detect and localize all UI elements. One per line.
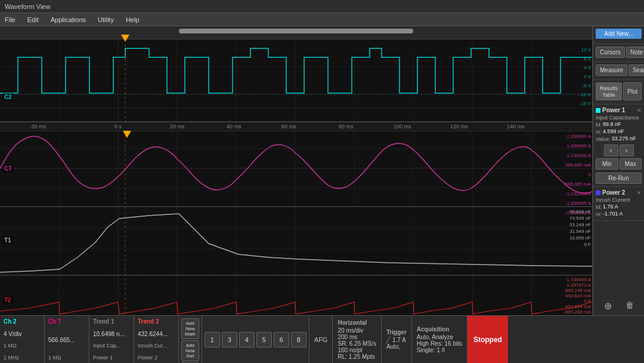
trend1-status: Trend 1 10.6498 n... Input Cap... Power … <box>89 316 134 363</box>
time-label-neg20: -20 ms <box>30 124 47 130</box>
measure-button[interactable]: Measure <box>596 64 627 76</box>
horizontal-line4: 160 ns/pt <box>338 347 376 353</box>
acquisition-line3: Single: 1 /I <box>417 347 462 353</box>
trend2-val2: Inrush Cur... <box>138 343 175 349</box>
bottom-bar: Ch 2 4 V/div 1 MΩ 2 MHz Ch 7 566.665... … <box>0 315 644 363</box>
time-label-100: 100 ms <box>394 124 411 130</box>
zoom-in-icon[interactable]: ⊕ <box>604 300 612 312</box>
trigger-line1: Auto, <box>386 343 407 350</box>
power1-next[interactable]: › <box>620 144 634 156</box>
trend2-name: Trend 2 <box>138 318 175 325</box>
power1-nav: ‹ › <box>596 144 642 156</box>
power1-close[interactable]: ✕ <box>637 107 642 113</box>
acquisition-line2: High Res: 16 bits <box>417 340 462 347</box>
ch7-name: Ch 7 <box>48 318 85 325</box>
power1-minmax: Min Max <box>596 158 642 171</box>
horizontal-title: Horizontal <box>338 319 376 326</box>
time-label-20: 20 ms <box>170 124 185 130</box>
power2-indicator <box>596 190 600 195</box>
measure-search-section: Measure Search <box>593 62 644 80</box>
menu-applications[interactable]: Applications <box>48 15 88 24</box>
add-ref-button[interactable]: AddNewRef <box>181 340 199 361</box>
stopped-button[interactable]: Stopped <box>467 316 508 363</box>
t1-label: T1 <box>2 236 13 244</box>
acquisition-info: Acquisition Auto, Analyze High Res: 16 b… <box>412 316 467 363</box>
horizontal-line1: 20 ms/div <box>338 327 376 334</box>
ch-btn-6[interactable]: 6 <box>274 332 289 347</box>
note-button[interactable]: Note <box>626 47 644 58</box>
afg-label: AFG <box>309 316 333 363</box>
horizontal-line5: RL: 1.25 Mpts <box>338 353 376 360</box>
power2-title: Power 2 <box>602 189 625 196</box>
trend1-val3: Power 1 <box>93 355 130 361</box>
ch-btn-5[interactable]: 5 <box>256 332 272 347</box>
power1-section: Power 1 ✕ Input Capacitance M: 89.8 nF m… <box>593 104 644 187</box>
trend1-name: Trend 1 <box>93 318 130 325</box>
trigger-title: Trigger <box>386 329 407 336</box>
power1-indicator <box>596 108 600 113</box>
trend1-val2: Input Cap... <box>93 343 130 349</box>
t2-amp-labels: 1.730490 A 1.297873 A 865.249 mA 432.624… <box>564 277 591 315</box>
menu-utility[interactable]: Utility <box>95 15 116 24</box>
ch-btn-8[interactable]: 8 <box>291 332 306 347</box>
menu-edit[interactable]: Edit <box>25 15 41 24</box>
horizontal-info: Horizontal 20 ms/div 200 ms SR: 6.25 MS/… <box>333 316 381 363</box>
ch-btn-3[interactable]: 3 <box>222 332 237 347</box>
right-panel: Add New... Cursors Note Measure Search R… <box>593 26 644 315</box>
power1-value-row: Value: 33.275 nF <box>596 136 642 143</box>
trash-icon[interactable]: 🗑 <box>626 300 634 312</box>
power2-m2-row: m: -1.701 A <box>596 211 642 218</box>
cursor-marker-top <box>121 35 129 42</box>
power1-prev[interactable]: ‹ <box>604 144 618 156</box>
time-label-140: 140 ms <box>507 124 525 130</box>
scrollbar-thumb[interactable] <box>179 29 413 33</box>
plot-button[interactable]: Plot <box>623 82 642 100</box>
cursor-t-marker <box>123 131 131 138</box>
trend2-status: Trend 2 432.6244... Inrush Cur... Power … <box>134 316 179 363</box>
results-plot-section: Results Table Plot <box>593 80 644 104</box>
ch7-amp-labels: 2.266660 A 1.699995 A 1.133330 A 566.665… <box>564 132 591 218</box>
trigger-val: 1.7 A <box>392 337 406 343</box>
power2-close[interactable]: ✕ <box>637 190 642 196</box>
cursors-note-section: Cursors Note <box>593 44 644 62</box>
power1-header: Power 1 ✕ <box>596 107 642 113</box>
power1-measurement: Input Capacitance <box>596 115 642 121</box>
cursors-button[interactable]: Cursors <box>596 47 625 58</box>
ch-btn-4[interactable]: 4 <box>239 332 255 347</box>
waveform-svg <box>0 39 592 315</box>
ch7-status: Ch 7 566.665... 1 MΩ <box>45 316 89 363</box>
power1-min-button[interactable]: Min <box>596 158 618 170</box>
ch2-status: Ch 2 4 V/div 1 MΩ 2 MHz <box>0 316 45 363</box>
ch2-val3: 2 MHz <box>4 355 41 361</box>
power1-title: Power 1 <box>602 107 625 113</box>
stopped-label: Stopped <box>473 336 502 344</box>
waveform-header <box>0 26 592 39</box>
search-button[interactable]: Search <box>628 64 644 76</box>
time-label-0: 0 s <box>114 124 122 130</box>
horizontal-line2: 200 ms <box>338 334 376 340</box>
acquisition-title: Acquisition <box>417 326 462 333</box>
ch-btn-1[interactable]: 1 <box>205 332 220 347</box>
add-buttons-group: AddNewMath AddNewRef AddNewBus <box>179 316 202 363</box>
power1-m-row: M: 89.8 nF <box>596 121 642 128</box>
add-new-button[interactable]: Add New... <box>596 29 642 39</box>
power1-rerun-button[interactable]: Re-Run <box>596 173 642 184</box>
menu-file[interactable]: File <box>2 15 18 24</box>
ch2-val1: 4 V/div <box>4 331 41 337</box>
time-label-80: 80 ms <box>339 124 354 130</box>
results-table-button[interactable]: Results Table <box>596 82 622 100</box>
power1-m2-row: m: 4.599 nF <box>596 128 642 136</box>
power2-m-row: M: 1.76 A <box>596 204 642 211</box>
trigger-info: Trigger ╱ 1.7 A Auto, <box>382 316 412 363</box>
app-title: Waveform View <box>5 3 50 10</box>
power1-max-button[interactable]: Max <box>620 158 642 170</box>
main-layout: -20 ms 0 s 20 ms 40 ms 60 ms 80 ms 100 m… <box>0 26 644 315</box>
add-math-button[interactable]: AddNewMath <box>181 318 199 339</box>
waveform-area: -20 ms 0 s 20 ms 40 ms 60 ms 80 ms 100 m… <box>0 26 593 315</box>
trigger-slope-icon: ╱ <box>386 337 390 343</box>
ch2-amp-labels: 12 V 8 V 4 V 0 V -8 V -12 V -16 V <box>580 45 591 108</box>
panel-bottom-icons: ⊕ 🗑 <box>593 297 644 315</box>
menu-help[interactable]: Help <box>123 15 142 24</box>
trend1-val1: 10.6498 n... <box>93 331 130 337</box>
trend2-val1: 432.6244... <box>138 331 175 337</box>
